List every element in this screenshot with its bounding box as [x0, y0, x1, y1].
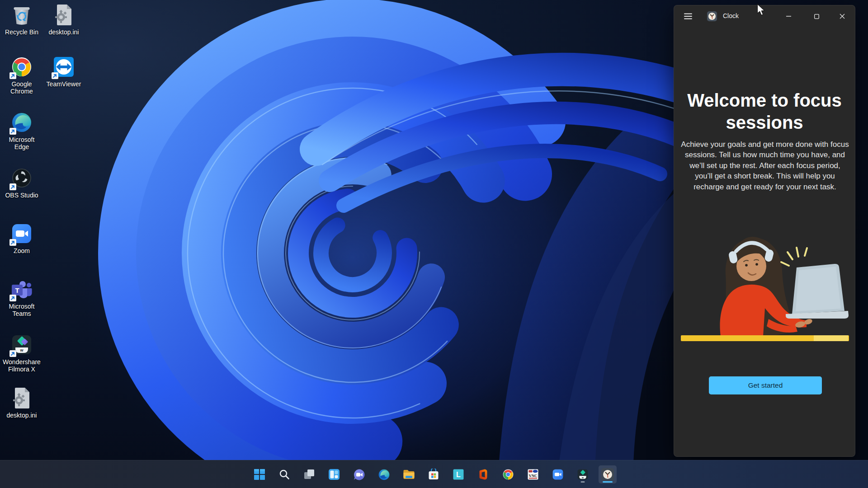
desktop-icon-label: Wondershare Filmora X — [1, 358, 42, 373]
desktop-icon-label: Microsoft Teams — [1, 303, 42, 317]
chrome-icon — [10, 56, 33, 78]
ldplayer-button[interactable]: L — [449, 465, 467, 483]
widgets-button[interactable] — [325, 465, 343, 483]
desktop-icon-recycle-bin[interactable]: Recycle Bin — [1, 4, 42, 36]
search-icon — [279, 469, 290, 480]
zoom-taskbar-button[interactable] — [549, 465, 567, 483]
shortcut-arrow-icon — [9, 72, 16, 79]
clock-app-icon — [601, 468, 614, 481]
focus-sessions-heading: Welcome to focus sessions — [674, 89, 855, 134]
chat-icon — [353, 469, 365, 481]
clock-app-icon — [707, 11, 717, 21]
desktop-icon-obs-studio[interactable]: OBS Studio — [1, 167, 42, 199]
chrome-button[interactable] — [499, 465, 517, 483]
teamviewer-icon — [52, 56, 75, 78]
shortcut-arrow-icon — [9, 295, 16, 301]
svg-text:L: L — [456, 471, 461, 479]
active-indicator — [603, 481, 613, 483]
desktop-icon-google-chrome[interactable]: Google Chrome — [1, 56, 42, 95]
hamburger-icon — [684, 13, 692, 19]
ini-file-icon — [52, 4, 75, 26]
filmora-icon — [577, 469, 589, 480]
taskbar: L — [0, 460, 868, 488]
desktop-icon-label: Microsoft Edge — [1, 136, 42, 150]
menu-button[interactable] — [679, 7, 697, 25]
shortcut-arrow-icon — [9, 239, 16, 246]
window-title: Clock — [723, 12, 739, 19]
vnc-viewer-button[interactable]: VNC — [524, 465, 542, 483]
mouse-cursor — [757, 4, 765, 18]
desktop-icon-teamviewer[interactable]: TeamViewer — [43, 56, 85, 88]
clock-window: Clock Welcome to focus sessions Achieve … — [674, 5, 855, 457]
edge-button[interactable] — [375, 465, 393, 483]
desktop-icon-desktop-ini-2[interactable]: desktop.ini — [1, 387, 42, 419]
shortcut-arrow-icon — [9, 128, 16, 135]
minimize-button[interactable] — [778, 6, 798, 26]
search-button[interactable] — [275, 465, 293, 483]
office-button[interactable] — [474, 465, 492, 483]
desktop-icon-microsoft-edge[interactable]: Microsoft Edge — [1, 111, 42, 150]
desktop-icon-desktop-ini-1[interactable]: desktop.ini — [43, 4, 85, 36]
desktop-icon-label: desktop.ini — [49, 28, 79, 36]
desktop-icon-wondershare-filmora[interactable]: w Wondershare Filmora X — [1, 333, 42, 373]
maximize-icon — [814, 14, 819, 19]
file-explorer-button[interactable] — [400, 465, 418, 483]
file-explorer-icon — [403, 469, 415, 481]
obs-icon — [10, 167, 33, 189]
zoom-icon — [10, 222, 33, 245]
shortcut-arrow-icon — [9, 183, 16, 190]
recycle-bin-icon — [10, 4, 33, 26]
desktop-icon-label: Google Chrome — [1, 80, 42, 95]
filmora-icon: w — [10, 333, 33, 356]
running-indicator — [581, 481, 585, 483]
desktop-icon-microsoft-teams[interactable]: T Microsoft Teams — [1, 278, 42, 317]
office-icon — [477, 469, 489, 480]
shortcut-arrow-icon — [9, 350, 16, 357]
edge-icon — [10, 111, 33, 134]
shortcut-arrow-icon — [52, 72, 58, 79]
desktop-icon-label: Recycle Bin — [5, 28, 38, 36]
ldplayer-icon: L — [453, 469, 464, 480]
start-icon — [254, 469, 265, 480]
edge-icon — [378, 469, 390, 481]
chat-button[interactable] — [350, 465, 368, 483]
widgets-icon — [328, 469, 340, 480]
taskbar-icon-group: L — [250, 465, 617, 483]
desktop-icon-label: TeamViewer — [47, 80, 81, 88]
focus-sessions-description: Achieve your goals and get more done wit… — [680, 139, 849, 192]
desktop-icon-zoom[interactable]: Zoom — [1, 222, 42, 254]
close-icon — [840, 14, 845, 19]
filmora-taskbar-button[interactable] — [574, 465, 592, 483]
store-icon — [428, 469, 439, 480]
svg-text:T: T — [15, 286, 19, 294]
desktop-icon-label: OBS Studio — [5, 192, 38, 199]
close-button[interactable] — [832, 6, 852, 26]
ini-file-icon — [10, 387, 33, 409]
chrome-icon — [502, 469, 514, 480]
zoom-icon — [552, 469, 564, 480]
maximize-button[interactable] — [807, 6, 826, 26]
get-started-button[interactable]: Get started — [709, 376, 822, 394]
svg-text:w: w — [19, 348, 24, 352]
desktop-icon-label: Zoom — [14, 247, 30, 254]
task-view-icon — [303, 469, 315, 480]
vnc-viewer-icon: VNC — [527, 469, 539, 480]
clock-taskbar-button[interactable] — [599, 465, 617, 483]
task-view-button[interactable] — [300, 465, 318, 483]
store-button[interactable] — [425, 465, 443, 483]
minimize-icon — [786, 16, 791, 17]
teams-icon: T — [10, 278, 33, 300]
focus-sessions-illustration — [680, 222, 850, 343]
desktop-icon-label: desktop.ini — [7, 412, 37, 419]
svg-text:VNC: VNC — [529, 474, 537, 478]
start-button[interactable] — [250, 465, 269, 483]
desktop: Recycle Bin — [0, 0, 868, 488]
